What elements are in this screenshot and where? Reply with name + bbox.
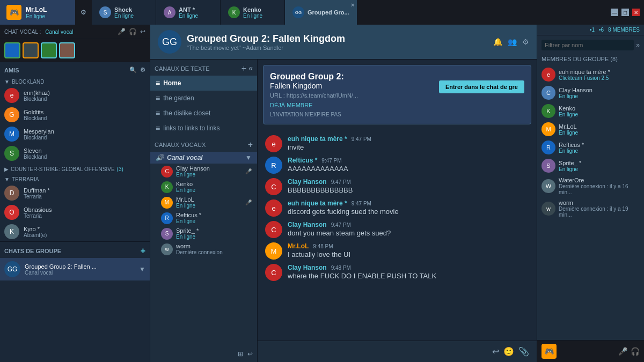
channel-bottom-icon1[interactable]: ⊞: [238, 350, 243, 358]
msg-5-time: 9:48 PM: [313, 243, 333, 249]
group-chat-chevron-icon[interactable]: ▼: [139, 265, 145, 273]
group-terraria-header[interactable]: ▼ Terraria: [0, 173, 150, 183]
friends-search-icon[interactable]: 🔍: [129, 67, 137, 73]
send-icon[interactable]: ↩: [492, 346, 499, 357]
voice-member-refticus-status: En ligne: [176, 218, 201, 224]
member-euh[interactable]: e euh nique ta mère * Clickteam Fusion 2…: [537, 65, 644, 84]
user-gear-icon[interactable]: ⚙: [75, 0, 92, 25]
msg-1-content: Refticus * 9:47 PM AAAAAAAAAAAAA: [288, 157, 348, 174]
member-refticus-right-status: En ligne: [559, 148, 584, 154]
chat-input[interactable]: [265, 345, 488, 358]
settings-icon[interactable]: ⚙: [522, 38, 529, 46]
friend-avatar-1[interactable]: [4, 42, 20, 58]
bottom-bar: 🎮 🎤 🎧: [537, 340, 644, 362]
user-tab[interactable]: 🎮 Mr.LoL En ligne: [0, 0, 75, 25]
collapse-text-channels-icon[interactable]: «: [248, 64, 253, 73]
add-voice-channel-icon[interactable]: +: [248, 140, 253, 150]
voice-channel-chevron-icon: ▼: [245, 154, 252, 161]
friends-gear-icon[interactable]: ⚙: [140, 67, 145, 73]
channel-dislike[interactable]: ≡ the dislike closet: [150, 106, 257, 121]
members-icon[interactable]: 👥: [508, 38, 517, 46]
emoji-icon[interactable]: 🙂: [503, 346, 514, 357]
friend-ennkhaz-game: Blockland: [24, 96, 50, 102]
tab-ant-status: En ligne: [179, 13, 198, 19]
friend-avatar-4[interactable]: [59, 42, 75, 58]
message-0: e euh nique ta mère * 9:47 PM invite: [265, 135, 529, 152]
message-4: C Clay Hanson 9:47 PM dont you mean stea…: [265, 221, 529, 238]
tab-ant[interactable]: A ANT * En ligne: [156, 0, 221, 25]
tab-shock[interactable]: S Shock En ligne: [92, 0, 156, 25]
minimize-button[interactable]: —: [611, 9, 618, 16]
disconnect-icon[interactable]: ↩: [140, 28, 145, 35]
friend-sleven[interactable]: S Sleven Blockland: [0, 144, 150, 163]
voice-member-kenko-name: Kenko: [176, 181, 195, 187]
tab-kenko[interactable]: K Kenko En ligne: [221, 0, 285, 25]
expand-icon[interactable]: »: [636, 41, 640, 49]
voice-member-worm-avatar: w: [161, 243, 173, 255]
member-kenko-right[interactable]: K Kenko En ligne: [537, 102, 644, 120]
voice-member-refticus[interactable]: R Refticus * En ligne: [150, 210, 257, 226]
friend-goldtits-game: Blockland: [24, 115, 47, 121]
add-group-chat-button[interactable]: +: [141, 246, 145, 256]
message-3: e euh nique ta mère * 9:47 PM discord ge…: [265, 200, 529, 217]
friend-sleven-name: Sleven: [24, 147, 47, 154]
headphones-icon[interactable]: 🎧: [129, 28, 137, 35]
friend-kyro[interactable]: K Kyro * Absent(e): [0, 222, 150, 241]
member-refticus-right[interactable]: R Refticus * En ligne: [537, 138, 644, 157]
friend-avatar-3[interactable]: [41, 42, 57, 58]
friend-duffman[interactable]: D Duffman * Terraria: [0, 183, 150, 203]
msg-3-avatar: e: [265, 200, 282, 217]
member-waterore[interactable]: W WaterOre Dernière connexion : il y a 1…: [537, 175, 644, 197]
voice-member-mrlol-name: Mr.LoL: [176, 196, 195, 203]
member-mrlol-right[interactable]: M Mr.LoL En ligne: [537, 120, 644, 138]
friend-kyro-game: Absent(e): [24, 232, 47, 238]
join-chat-button[interactable]: Entrer dans le chat de gre: [439, 80, 524, 93]
channel-links[interactable]: ≡ links to links to links: [150, 121, 257, 136]
mic-icon[interactable]: 🎤: [118, 28, 126, 35]
channel-bottom-icon2[interactable]: ↩: [247, 350, 253, 358]
group-csgo-header[interactable]: ▶ Counter-Strike: Global Offensive (3): [0, 163, 150, 173]
member-sprite-right[interactable]: S Sprite_ * En ligne: [537, 157, 644, 175]
bottom-bar-avatar: 🎮: [541, 344, 557, 359]
voice-member-clay[interactable]: C Clay Hanson En ligne 🎤: [150, 164, 257, 179]
friend-mesperyian[interactable]: M Mesperyian Blockland: [0, 124, 150, 144]
chat-input-bar: ↩ 🙂 📎: [258, 341, 537, 362]
member-worm-right[interactable]: w worm Dernière connexion : il y a 19 mi…: [537, 197, 644, 220]
attach-icon[interactable]: 📎: [518, 346, 529, 357]
members-search-input[interactable]: [541, 40, 634, 50]
friend-ennkhaz[interactable]: e enn(khaz) Blockland: [0, 86, 150, 105]
chat-area: Grouped Group 2: Fallen Kingdom URL : ht…: [258, 60, 537, 362]
tab-grouped-close-icon[interactable]: ✕: [350, 2, 355, 8]
voice-member-worm-status: Derniére connexion: [176, 249, 223, 255]
friend-obnasious[interactable]: O Obnasious Terraria: [0, 203, 150, 222]
channel-home[interactable]: ≡ Home: [150, 76, 257, 91]
voice-channel-canal[interactable]: 🔊 Canal vocal ▼: [150, 152, 257, 164]
close-button[interactable]: ✕: [632, 9, 640, 16]
tab-grouped[interactable]: GG Grouped Gro... ✕: [285, 0, 357, 25]
voice-member-sprite-status: En ligne: [176, 234, 199, 240]
friend-goldtits[interactable]: G Goldtits Blockland: [0, 105, 150, 124]
voice-member-kenko[interactable]: K Kenko En ligne: [150, 179, 257, 195]
channel-sidebar: Canaux de texte + « ≡ Home ≡ the garden …: [150, 60, 258, 362]
user-status: En ligne: [26, 13, 47, 19]
voice-member-sprite[interactable]: S Sprite_ * En ligne: [150, 226, 257, 241]
friend-obnasious-game: Terraria: [24, 213, 52, 219]
member-sprite-right-avatar: S: [541, 159, 555, 173]
group-chat-item[interactable]: GG Grouped Group 2: Fallen ... Canal voc…: [0, 258, 150, 280]
voice-member-mrlol[interactable]: M Mr.LoL En ligne 🎤: [150, 195, 257, 210]
member-worm-right-name: worm: [559, 200, 640, 206]
bell-icon[interactable]: 🔔: [493, 38, 502, 46]
friend-avatars-bar: [0, 39, 150, 62]
hash-icon-home: ≡: [156, 79, 160, 87]
friend-avatar-2[interactable]: [23, 42, 39, 58]
maximize-button[interactable]: □: [621, 9, 629, 16]
msg-3-time: 9:47 PM: [352, 201, 371, 206]
bottom-headphones-icon[interactable]: 🎧: [631, 347, 640, 356]
channel-garden[interactable]: ≡ the garden: [150, 91, 257, 106]
add-text-channel-icon[interactable]: +: [241, 64, 246, 73]
text-channels-label: Canaux de texte: [155, 65, 210, 72]
member-clay[interactable]: C Clay Hanson En ligne: [537, 84, 644, 102]
bottom-mic-icon[interactable]: 🎤: [618, 347, 627, 356]
voice-member-worm[interactable]: w worm Derniére connexion: [150, 241, 257, 257]
group-blockland-header[interactable]: ▼ Blockland: [0, 76, 150, 86]
